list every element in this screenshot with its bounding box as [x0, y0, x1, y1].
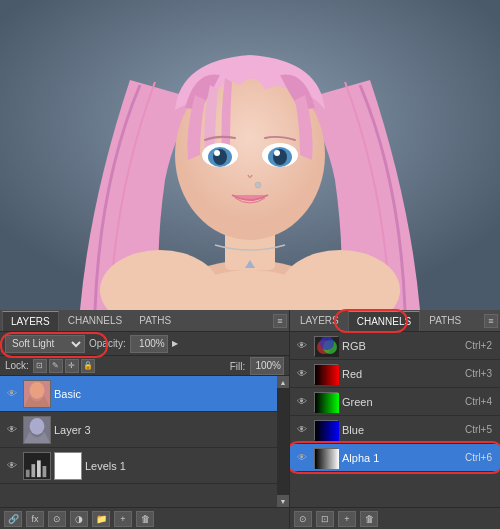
tab-layers-right[interactable]: LAYERS [292, 311, 347, 331]
channel-item-green[interactable]: 👁 Green Ctrl+4 [290, 388, 500, 416]
layer-item-layer3[interactable]: 👁 Layer 3 [0, 412, 277, 448]
channel-eye-rgb[interactable]: 👁 [294, 338, 310, 354]
layer-eye-basic[interactable]: 👁 [4, 386, 20, 402]
layer-name-basic: Basic [54, 388, 273, 400]
channel-eye-alpha[interactable]: 👁 [294, 450, 310, 466]
svg-rect-22 [26, 469, 30, 476]
tab-layers-left[interactable]: LAYERS [2, 311, 59, 331]
new-layer-btn[interactable]: + [114, 511, 132, 527]
channel-thumb-green [314, 392, 338, 412]
layer-name-levels: Levels 1 [85, 460, 273, 472]
layer-name-layer3: Layer 3 [54, 424, 273, 436]
channel-thumb-rgb [314, 336, 338, 356]
svg-point-13 [255, 182, 261, 188]
right-tab-bar: LAYERS CHANNELS PATHS ≡ [290, 310, 500, 332]
svg-point-20 [30, 417, 45, 434]
app-container: LAYERS CHANNELS PATHS ≡ Soft Light [0, 0, 500, 529]
left-tab-bar: LAYERS CHANNELS PATHS ≡ [0, 310, 289, 332]
layer-mask-levels [54, 452, 82, 480]
fill-label: Fill: [230, 357, 284, 375]
right-panel-options-btn[interactable]: ≡ [484, 314, 498, 328]
lock-transparent-btn[interactable]: ⊡ [33, 359, 47, 373]
lock-label: Lock: [5, 360, 29, 371]
layers-list: 👁 Basic 👁 [0, 376, 277, 507]
layer-thumb-layer3 [23, 416, 51, 444]
delete-channel-btn[interactable]: 🗑 [360, 511, 378, 527]
channel-eye-blue[interactable]: 👁 [294, 422, 310, 438]
layer-item-levels[interactable]: 👁 Levels 1 [0, 448, 277, 484]
channel-item-blue[interactable]: 👁 Blue Ctrl+5 [290, 416, 500, 444]
layer-thumb-basic [23, 380, 51, 408]
svg-rect-30 [315, 365, 339, 385]
channel-item-alpha[interactable]: 👁 Alpha 1 Ctrl+6 [290, 444, 500, 472]
tab-paths-right[interactable]: PATHS [421, 311, 469, 331]
channel-name-red: Red [342, 368, 461, 380]
toolbar-wrapper: Soft Light Normal Multiply Screen Overla… [0, 332, 289, 356]
channels-list: 👁 RGB Ctrl+2 👁 [290, 332, 500, 507]
opacity-label: Opacity: [89, 338, 126, 349]
channel-name-alpha: Alpha 1 [342, 452, 461, 464]
layer-thumb-levels [23, 452, 51, 480]
blend-mode-select[interactable]: Soft Light Normal Multiply Screen Overla… [5, 335, 85, 353]
toolbar-row: Soft Light Normal Multiply Screen Overla… [0, 332, 289, 356]
scroll-indicator: ▲ ▼ [277, 376, 289, 507]
channel-item-red[interactable]: 👁 Red Ctrl+3 [290, 360, 500, 388]
link-btn[interactable]: 🔗 [4, 511, 22, 527]
channel-to-selection-btn[interactable]: ⊙ [294, 511, 312, 527]
channel-shortcut-blue: Ctrl+5 [465, 424, 492, 435]
fx-btn[interactable]: fx [26, 511, 44, 527]
mask-btn[interactable]: ⊙ [48, 511, 66, 527]
svg-rect-25 [43, 466, 47, 477]
group-btn[interactable]: 📁 [92, 511, 110, 527]
panels-area: LAYERS CHANNELS PATHS ≡ Soft Light [0, 310, 500, 529]
svg-rect-31 [315, 393, 339, 413]
svg-point-18 [30, 381, 45, 398]
channel-name-green: Green [342, 396, 461, 408]
channel-name-blue: Blue [342, 424, 461, 436]
svg-point-12 [274, 150, 280, 156]
blend-mode-wrapper: Soft Light Normal Multiply Screen Overla… [5, 335, 85, 353]
svg-rect-24 [37, 460, 41, 477]
new-channel-btn[interactable]: + [338, 511, 356, 527]
channel-name-rgb: RGB [342, 340, 461, 352]
channel-thumb-red [314, 364, 338, 384]
lock-row: Lock: ⊡ ✎ ✛ 🔒 Fill: [0, 356, 289, 376]
channel-shortcut-red: Ctrl+3 [465, 368, 492, 379]
layer-item-basic[interactable]: 👁 Basic [0, 376, 277, 412]
tab-channels-left[interactable]: CHANNELS [60, 311, 130, 331]
layer-eye-levels[interactable]: 👁 [4, 458, 20, 474]
right-panel-bottom-bar: ⊙ ⊡ + 🗑 [290, 507, 500, 529]
opacity-input[interactable] [130, 335, 168, 353]
layers-content-row: 👁 Basic 👁 [0, 376, 289, 507]
delete-layer-btn[interactable]: 🗑 [136, 511, 154, 527]
selection-to-channel-btn[interactable]: ⊡ [316, 511, 334, 527]
left-panel: LAYERS CHANNELS PATHS ≡ Soft Light [0, 310, 290, 529]
left-panel-bottom-bar: 🔗 fx ⊙ ◑ 📁 + 🗑 [0, 507, 289, 529]
channel-item-rgb[interactable]: 👁 RGB Ctrl+2 [290, 332, 500, 360]
channel-shortcut-alpha: Ctrl+6 [465, 452, 492, 463]
lock-position-btn[interactable]: ✛ [65, 359, 79, 373]
svg-point-11 [214, 150, 220, 156]
channel-eye-red[interactable]: 👁 [294, 366, 310, 382]
lock-icons: ⊡ ✎ ✛ 🔒 [33, 359, 95, 373]
svg-rect-33 [315, 449, 339, 469]
tab-paths-left[interactable]: PATHS [131, 311, 179, 331]
svg-rect-32 [315, 421, 339, 441]
svg-rect-23 [31, 464, 35, 477]
scroll-down-btn[interactable]: ▼ [277, 495, 289, 507]
scroll-up-btn[interactable]: ▲ [277, 376, 289, 388]
lock-image-btn[interactable]: ✎ [49, 359, 63, 373]
photo-canvas [0, 0, 500, 310]
opacity-arrow: ▶ [172, 339, 178, 348]
channel-shortcut-green: Ctrl+4 [465, 396, 492, 407]
tab-channels-right[interactable]: CHANNELS [348, 311, 420, 331]
panel-options-btn[interactable]: ≡ [273, 314, 287, 328]
channel-thumb-blue [314, 420, 338, 440]
right-panel: LAYERS CHANNELS PATHS ≡ 👁 [290, 310, 500, 529]
channel-thumb-alpha [314, 448, 338, 468]
fill-input[interactable] [250, 357, 284, 375]
layer-eye-layer3[interactable]: 👁 [4, 422, 20, 438]
adjustment-btn[interactable]: ◑ [70, 511, 88, 527]
lock-all-btn[interactable]: 🔒 [81, 359, 95, 373]
channel-eye-green[interactable]: 👁 [294, 394, 310, 410]
